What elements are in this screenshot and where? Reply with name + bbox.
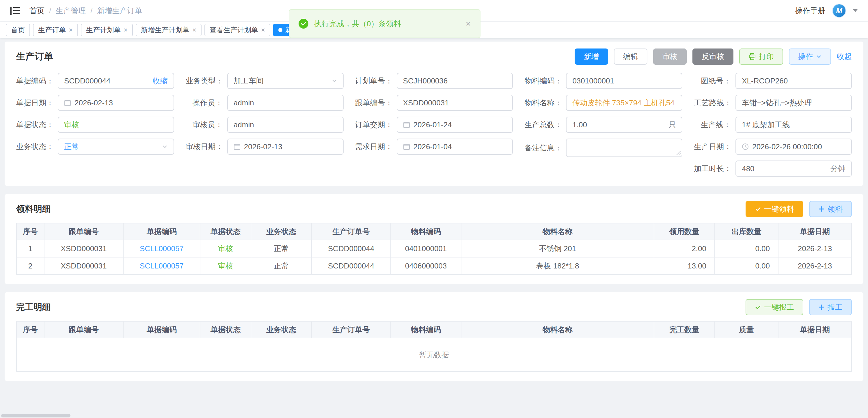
add-button[interactable]: 新增	[575, 49, 608, 65]
user-menu-caret-icon[interactable]	[853, 9, 858, 12]
production-date-picker[interactable]: 2026-02-26 00:00:00	[736, 138, 852, 155]
tab-close-icon[interactable]: ×	[124, 27, 128, 33]
material-code-input[interactable]: 0301000001	[566, 73, 682, 89]
field-production-line: 生产线： 1# 底架加工线	[694, 117, 852, 133]
report-button[interactable]: 报工	[809, 299, 852, 315]
completion-actions: 一键报工 报工	[746, 299, 852, 315]
column-header: 领用数量	[654, 223, 715, 240]
biz-status-select[interactable]: 正常	[58, 138, 174, 155]
delivery-date-picker[interactable]: 2026-01-24	[397, 117, 513, 133]
cell-doc-date: 2026-2-13	[778, 257, 851, 275]
printer-icon	[748, 53, 756, 60]
tab-production-plan[interactable]: 生产计划单 ×	[81, 24, 133, 36]
form-column-3: 计划单号： SCJH000036 跟单编号： XSDD000031 订单交期：	[355, 73, 525, 177]
material-name-input[interactable]: 传动皮轮件 735×794 主机孔54	[566, 95, 682, 111]
cell-material-name: 卷板 182*1.8	[461, 257, 654, 275]
field-material-name: 物料名称： 传动皮轮件 735×794 主机孔54	[524, 95, 682, 111]
horizontal-scrollbar-thumb[interactable]	[1, 414, 70, 417]
biz-status-value: 正常	[64, 142, 79, 152]
completion-section-header: 完工明细 一键报工 报工	[16, 299, 852, 315]
field-production-date: 生产日期： 2026-02-26 00:00:00	[694, 138, 852, 155]
process-duration-value: 480	[742, 164, 754, 173]
breadcrumb-production-mgmt[interactable]: 生产管理	[56, 6, 86, 16]
tab-add-production-plan[interactable]: 新增生产计划单 ×	[136, 24, 202, 36]
field-label: 需求日期：	[355, 142, 397, 152]
field-label: 审核日期：	[186, 142, 227, 152]
edit-button[interactable]: 编辑	[614, 49, 647, 65]
audit-date-picker[interactable]: 2026-02-13	[227, 138, 344, 155]
cell-material-code: 0401000001	[391, 240, 461, 257]
unaudit-button-label: 反审核	[702, 52, 724, 62]
process-route-value: 车钳=>钻孔=>热处理	[742, 98, 812, 108]
tab-production-order[interactable]: 生产订单 ×	[33, 24, 78, 36]
manual-link[interactable]: 操作手册	[795, 6, 825, 16]
toast-close-icon[interactable]: ×	[465, 19, 471, 28]
field-demand-date: 需求日期： 2026-01-04	[355, 138, 513, 155]
field-label: 单据编码：	[16, 76, 58, 86]
doc-code-link[interactable]: SCLL000057	[123, 240, 200, 257]
operate-dropdown-button[interactable]: 操作	[789, 49, 831, 65]
column-header: 物料名称	[461, 321, 654, 338]
menu-collapse-icon[interactable]	[10, 6, 20, 15]
main-content: 生产订单 新增 编辑 审核 反审核 打印	[0, 38, 868, 381]
tab-home[interactable]: 首页	[6, 24, 30, 36]
material-section-title: 领料明细	[16, 203, 51, 215]
breadcrumb-current: 新增生产订单	[97, 6, 142, 16]
doc-status-input[interactable]: 审核	[58, 117, 174, 133]
avatar[interactable]: M	[832, 4, 846, 18]
process-duration-input[interactable]: 480 分钟	[736, 161, 852, 177]
drawing-no-input[interactable]: XL-RCOP260	[736, 73, 852, 89]
tab-label: 查看生产计划单	[210, 25, 258, 35]
unaudit-button[interactable]: 反审核	[692, 49, 734, 65]
doc-code-link[interactable]: SCLL000057	[123, 257, 200, 275]
auditor-value: admin	[234, 120, 254, 129]
tab-close-icon[interactable]: ×	[192, 27, 196, 33]
field-plan-no: 计划单号： SCJH000036	[355, 73, 513, 89]
doc-status-value: 审核	[64, 120, 79, 130]
audit-button: 审核	[653, 49, 687, 65]
plan-no-input[interactable]: SCJH000036	[397, 73, 513, 89]
field-audit-date: 审核日期： 2026-02-13	[186, 138, 344, 155]
shrink-link[interactable]: 收缩	[153, 76, 168, 86]
process-route-input[interactable]: 车钳=>钻孔=>热处理	[736, 95, 852, 111]
breadcrumb-home[interactable]: 首页	[29, 6, 44, 16]
column-header: 序号	[17, 321, 44, 338]
demand-date-picker[interactable]: 2026-01-04	[397, 138, 513, 155]
pick-button[interactable]: 领料	[809, 201, 852, 217]
cell-doc-status: 审核	[200, 240, 251, 257]
tab-label: 新增生产计划单	[141, 25, 189, 35]
table-row[interactable]: 1 XSDD000031 SCLL000057 审核 正常 SCDD000044…	[17, 240, 851, 257]
field-label: 订单交期：	[355, 120, 397, 130]
quick-report-button[interactable]: 一键报工	[746, 299, 803, 315]
cell-out-qty: 0.00	[715, 240, 778, 257]
field-label: 跟单编号：	[355, 98, 397, 108]
cell-material-name: 不锈钢 201	[461, 240, 654, 257]
collapse-panel-link[interactable]: 收起	[837, 52, 852, 62]
field-total-qty: 生产总数： 1.00 只	[524, 117, 682, 133]
tab-view-production-plan[interactable]: 查看生产计划单 ×	[205, 24, 270, 36]
follow-no-input[interactable]: XSDD000031	[397, 95, 513, 111]
success-toast: 执行完成，共（0）条领料 ×	[289, 9, 480, 38]
tab-close-icon[interactable]: ×	[261, 27, 265, 33]
doc-code-input[interactable]: SCDD000044 收缩	[58, 73, 174, 89]
field-label: 审核员：	[186, 120, 227, 130]
quick-pick-button[interactable]: 一键领料	[746, 201, 803, 217]
follow-no-value: XSDD000031	[403, 98, 449, 107]
doc-date-picker[interactable]: 2026-02-13	[58, 95, 174, 111]
empty-row: 暂无数据	[17, 338, 851, 372]
remark-textarea[interactable]	[566, 138, 682, 157]
operator-input[interactable]: admin	[227, 95, 344, 111]
auditor-input[interactable]: admin	[227, 117, 344, 133]
plan-no-value: SCJH000036	[403, 76, 448, 86]
total-qty-input[interactable]: 1.00 只	[566, 117, 682, 133]
tab-close-icon[interactable]: ×	[69, 27, 73, 33]
plus-icon	[818, 206, 825, 212]
form-column-4: 物料编码： 0301000001 物料名称： 传动皮轮件 735×794 主机孔…	[524, 73, 694, 177]
resize-grip-icon[interactable]	[675, 150, 681, 155]
production-line-input[interactable]: 1# 底架加工线	[736, 117, 852, 133]
print-button[interactable]: 打印	[739, 49, 783, 65]
biz-type-select[interactable]: 加工车间	[227, 73, 344, 89]
column-header: 跟单编号	[44, 223, 123, 240]
table-row[interactable]: 2 XSDD000031 SCLL000057 审核 正常 SCDD000044…	[17, 257, 851, 275]
field-drawing-no: 图纸号： XL-RCOP260	[694, 73, 852, 89]
